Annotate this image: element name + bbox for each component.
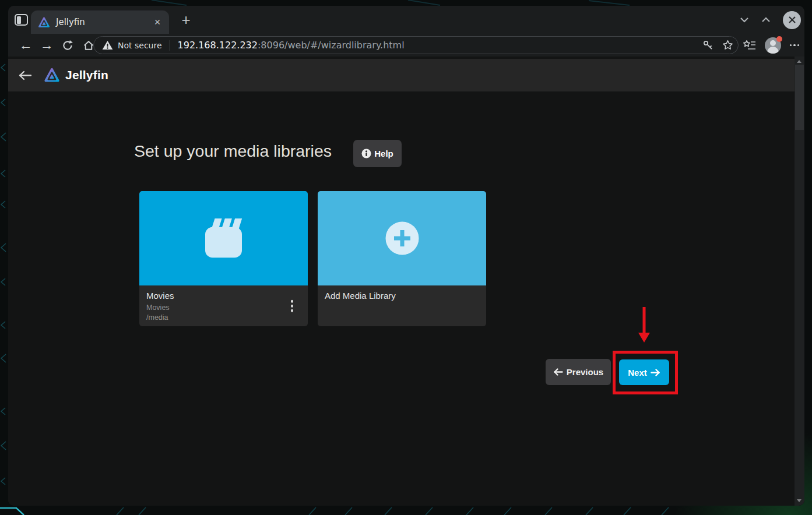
library-card-movies[interactable]: Movies Movies /media bbox=[139, 191, 308, 326]
back-nav-icon[interactable]: ← bbox=[15, 36, 36, 55]
avatar[interactable] bbox=[765, 37, 781, 54]
url-path: :8096/web/#/wizardlibrary.html bbox=[258, 40, 405, 51]
address-bar[interactable]: Not secure 192.168.122.232:8096/web/#/wi… bbox=[93, 36, 739, 54]
password-key-icon[interactable] bbox=[702, 40, 713, 51]
reload-icon[interactable] bbox=[57, 36, 78, 55]
scrollbar-down-arrow[interactable] bbox=[797, 499, 802, 502]
tab-actions-icon[interactable] bbox=[15, 14, 28, 26]
arrow-left-icon bbox=[553, 368, 563, 376]
browser-window: Jellyfin × + ← → bbox=[8, 6, 804, 506]
jellyfin-logo bbox=[44, 67, 60, 83]
bookmark-star-icon[interactable] bbox=[722, 40, 733, 51]
avatar-notification-dot bbox=[776, 36, 782, 42]
chevron-up-icon[interactable] bbox=[761, 17, 771, 23]
add-circle-icon bbox=[381, 217, 424, 260]
card-title: Add Media Library bbox=[325, 291, 479, 301]
window-close-button[interactable] bbox=[783, 11, 801, 29]
help-label: Help bbox=[374, 149, 393, 158]
kebab-menu-icon[interactable] bbox=[289, 298, 296, 315]
add-library-card[interactable]: Add Media Library bbox=[318, 191, 486, 326]
info-icon bbox=[361, 149, 371, 158]
card-path: /media bbox=[146, 313, 301, 322]
toolbar-right bbox=[743, 34, 800, 57]
browser-toolbar: ← → Not secure 192.168.122.232:8096/web/… bbox=[8, 34, 804, 57]
new-tab-button[interactable]: + bbox=[178, 12, 194, 28]
close-icon bbox=[783, 11, 801, 29]
card-title: Movies bbox=[146, 291, 301, 301]
scrollbar-up-arrow[interactable] bbox=[797, 60, 802, 63]
add-card-footer: Add Media Library bbox=[318, 285, 486, 326]
security-label: Not secure bbox=[118, 41, 162, 50]
card-subtitle: Movies bbox=[146, 304, 301, 312]
page-heading: Set up your media libraries bbox=[134, 142, 332, 161]
tab-actions-fill bbox=[17, 16, 21, 24]
brand-name: Jellyfin bbox=[65, 68, 108, 82]
page-viewport: Jellyfin Set up your media libraries Hel… bbox=[8, 57, 804, 506]
arrow-left-icon bbox=[18, 70, 32, 80]
browser-menu-icon[interactable] bbox=[790, 44, 800, 47]
window-controls bbox=[740, 6, 801, 34]
app-header: Jellyfin bbox=[8, 59, 795, 91]
browser-tab[interactable]: Jellyfin × bbox=[31, 10, 169, 34]
forward-nav-icon[interactable]: → bbox=[36, 36, 57, 55]
previous-button[interactable]: Previous bbox=[546, 359, 611, 385]
jellyfin-favicon bbox=[38, 16, 50, 29]
movies-card-image bbox=[139, 191, 308, 285]
url-host: 192.168.122.232 bbox=[178, 40, 258, 51]
help-button[interactable]: Help bbox=[353, 140, 402, 167]
annotation-rectangle bbox=[613, 351, 678, 394]
address-bar-actions bbox=[702, 40, 733, 51]
tab-title: Jellyfin bbox=[56, 17, 152, 27]
tab-strip: Jellyfin × + bbox=[8, 6, 804, 34]
scrollbar[interactable] bbox=[795, 57, 804, 506]
scrollbar-thumb[interactable] bbox=[795, 65, 804, 130]
chevron-down-icon[interactable] bbox=[740, 17, 749, 23]
tab-close-icon[interactable]: × bbox=[152, 16, 163, 28]
movie-icon bbox=[193, 205, 254, 266]
previous-label: Previous bbox=[567, 367, 603, 377]
favorites-list-icon[interactable] bbox=[743, 40, 756, 51]
annotation-arrow bbox=[635, 306, 653, 344]
url-separator bbox=[170, 40, 170, 51]
warning-icon bbox=[102, 40, 113, 50]
movies-card-footer: Movies Movies /media bbox=[139, 285, 308, 326]
back-button[interactable] bbox=[17, 68, 33, 83]
add-card-image bbox=[318, 191, 486, 285]
nav-buttons: ← → bbox=[15, 34, 99, 57]
